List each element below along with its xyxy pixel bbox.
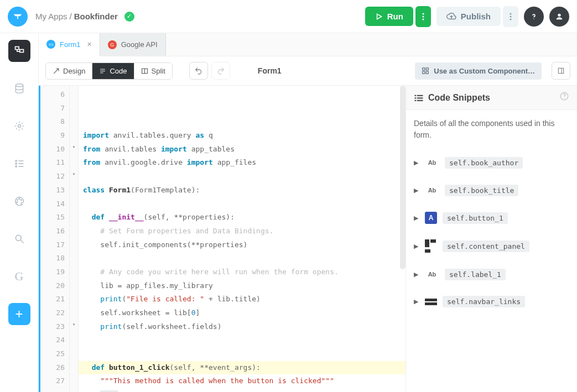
svg-rect-9 <box>19 50 23 53</box>
breadcrumb-sep: / <box>70 12 72 21</box>
left-sidebar: G + <box>0 33 39 392</box>
form-icon: ▭ <box>46 40 55 49</box>
tabs: ▭ Form1 × G Google API <box>39 33 577 56</box>
snippets-panel: Code Snippets Details of all the compone… <box>406 86 577 392</box>
svg-point-4 <box>510 15 511 17</box>
svg-point-16 <box>15 166 17 168</box>
svg-point-14 <box>15 163 17 165</box>
svg-point-42 <box>564 98 565 99</box>
snippets-list: ▶Abself.book_author▶Abself.book_title▶As… <box>406 149 577 392</box>
svg-point-1 <box>422 15 424 17</box>
undo-button[interactable] <box>189 62 208 80</box>
svg-rect-8 <box>15 47 19 50</box>
svg-point-3 <box>510 13 511 14</box>
snippets-title: Code Snippets <box>428 93 559 103</box>
custom-component-label: Use as Custom Component… <box>434 67 535 75</box>
topbar: My Apps / Bookfinder ✓ Run Publish <box>0 0 577 33</box>
form-name: Form1 <box>258 66 282 75</box>
svg-point-5 <box>510 18 511 20</box>
svg-point-2 <box>422 18 424 20</box>
svg-rect-31 <box>423 71 425 74</box>
svg-point-12 <box>15 160 17 162</box>
saved-check-icon: ✓ <box>124 12 134 22</box>
svg-rect-30 <box>426 68 428 70</box>
account-button[interactable] <box>549 7 569 27</box>
run-button-label: Run <box>387 12 403 21</box>
anvil-logo[interactable] <box>8 7 28 27</box>
sidebar-search-icon[interactable] <box>8 228 30 250</box>
svg-rect-37 <box>415 97 417 98</box>
list-icon <box>414 94 424 102</box>
svg-rect-35 <box>415 95 417 96</box>
snippets-help-icon[interactable] <box>559 91 569 104</box>
sidebar-settings-icon[interactable] <box>8 115 30 137</box>
sidebar-google-icon[interactable]: G <box>8 265 30 288</box>
custom-component-button[interactable]: Use as Custom Component… <box>415 62 542 80</box>
design-label: Design <box>63 67 85 75</box>
sidebar-list-icon[interactable] <box>8 153 30 175</box>
google-icon: G <box>108 40 117 49</box>
svg-rect-38 <box>417 97 423 98</box>
snippet-item[interactable]: ▶Aself.button_1 <box>406 204 577 232</box>
svg-point-6 <box>533 18 534 19</box>
svg-point-18 <box>17 200 18 201</box>
sidebar-add-button[interactable]: + <box>8 303 30 325</box>
line-gutter: 6789101112131415161718192021222324252627 <box>39 86 70 392</box>
run-button[interactable]: Run <box>365 7 413 26</box>
snippet-item[interactable]: ▶Abself.book_author <box>406 149 577 176</box>
breadcrumb-app[interactable]: Bookfinder <box>74 12 118 21</box>
publish-button-label: Publish <box>461 12 491 21</box>
code-editor[interactable]: 6789101112131415161718192021222324252627… <box>39 86 406 392</box>
sidebar-database-icon[interactable] <box>8 77 30 100</box>
code-label: Code <box>110 67 127 75</box>
svg-point-21 <box>17 202 18 203</box>
svg-rect-33 <box>558 68 563 73</box>
tab-close-icon[interactable]: × <box>87 40 92 49</box>
tab-google-api[interactable]: G Google API <box>100 33 166 56</box>
svg-rect-36 <box>417 95 423 96</box>
editor-toolbar: Design Code Split <box>39 56 577 86</box>
fold-gutter[interactable]: ▾▾▾ <box>70 86 79 392</box>
snippet-item[interactable]: ▶self.navbar_links <box>406 288 577 315</box>
design-mode-button[interactable]: Design <box>46 63 92 79</box>
sidebar-app-browser[interactable] <box>8 40 30 62</box>
breadcrumb: My Apps / Bookfinder ✓ <box>35 12 134 22</box>
snippet-item[interactable]: ▶self.content_panel <box>406 232 577 260</box>
tab-label: Form1 <box>60 40 81 49</box>
svg-point-20 <box>20 200 22 201</box>
run-more-button[interactable] <box>415 6 431 27</box>
svg-point-10 <box>15 84 23 87</box>
svg-point-11 <box>18 125 20 128</box>
code-mode-button[interactable]: Code <box>92 63 134 79</box>
svg-rect-29 <box>423 68 425 70</box>
svg-line-23 <box>20 241 23 243</box>
redo-button[interactable] <box>211 62 230 80</box>
sidebar-theme-icon[interactable] <box>8 190 30 212</box>
svg-point-0 <box>422 13 424 14</box>
help-button[interactable] <box>524 7 544 27</box>
snippet-item[interactable]: ▶Abself.label_1 <box>406 260 577 288</box>
split-label: Split <box>152 67 165 75</box>
svg-point-19 <box>19 198 20 200</box>
svg-point-7 <box>558 13 560 16</box>
tab-label: Google API <box>121 40 158 49</box>
split-mode-button[interactable]: Split <box>134 63 172 79</box>
svg-rect-39 <box>415 100 417 101</box>
breadcrumb-root[interactable]: My Apps <box>35 12 67 21</box>
snippets-desc: Details of all the components used in th… <box>406 110 577 149</box>
publish-button[interactable]: Publish <box>436 7 501 26</box>
svg-rect-40 <box>417 100 423 101</box>
code-body[interactable]: import anvil.tables.query as qfrom anvil… <box>79 86 406 392</box>
snippet-item[interactable]: ▶Abself.book_title <box>406 176 577 204</box>
svg-rect-32 <box>426 71 428 74</box>
scrollbar[interactable] <box>400 86 406 269</box>
tab-form1[interactable]: ▭ Form1 × <box>39 33 100 56</box>
popout-button[interactable] <box>552 62 570 80</box>
svg-point-22 <box>15 235 21 241</box>
view-mode-group: Design Code Split <box>45 62 173 80</box>
publish-more-button[interactable] <box>503 6 518 27</box>
